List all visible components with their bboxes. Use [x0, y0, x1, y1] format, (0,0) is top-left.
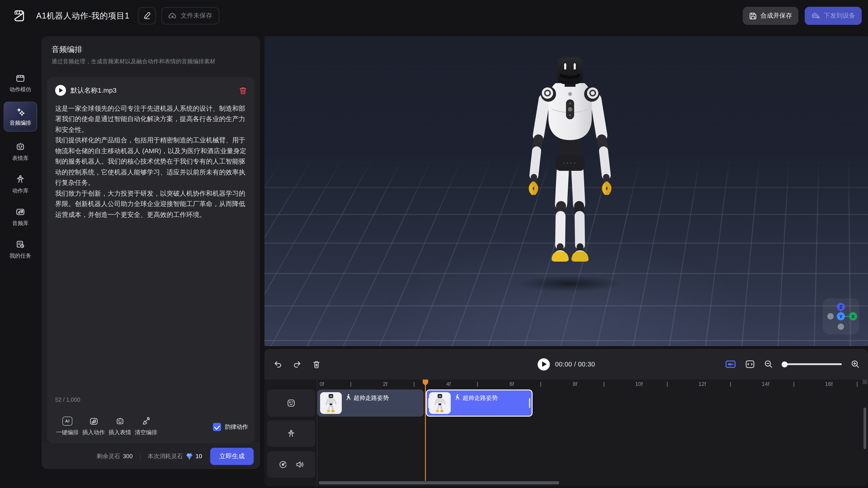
nav-label: 动作库	[12, 187, 29, 195]
cloud-unsaved-icon	[168, 12, 177, 20]
rhythm-motion-toggle[interactable]: 韵律动作	[213, 423, 248, 436]
checkbox-checked-icon[interactable]	[213, 423, 221, 431]
remaining-stones-label: 剩余灵石	[97, 452, 120, 460]
timeline-clip[interactable]: 超帅走路姿势	[317, 390, 424, 417]
left-nav-rail: 动作模仿 音频编排 表情库 动作库	[0, 32, 41, 488]
fit-timeline-button[interactable]	[745, 360, 755, 369]
ruler-label: 12f	[699, 381, 706, 387]
nav-label: 动作模仿	[9, 86, 31, 94]
brush-clear-icon	[141, 416, 151, 426]
ruler-tick	[857, 382, 857, 387]
playback-controls: 00:00 / 00:30	[265, 349, 868, 380]
timeline-tracks[interactable]: 0f 2f 4f 6f 8f 10f 12f 14f 16f	[265, 380, 868, 486]
zoom-in-icon	[851, 360, 860, 369]
timeline-zoom-slider[interactable]	[782, 363, 842, 365]
snap-icon	[725, 360, 736, 369]
zoom-in-button[interactable]	[851, 360, 860, 369]
x-axis-dot[interactable]: X	[849, 312, 857, 320]
ruler-label: 2f	[383, 381, 388, 387]
speech-paragraph: 我们致力于创新，大力投资于研发，以突破人机协作和机器学习的界限。创新机器人公司助…	[55, 188, 246, 220]
nav-item-my-tasks[interactable]: 我的任务	[2, 239, 38, 260]
nav-item-motion-mimic[interactable]: 动作模仿	[2, 73, 38, 94]
cost-value: 10	[195, 453, 202, 459]
audio-folder-icon	[16, 207, 25, 217]
clip-thumbnail	[429, 392, 451, 414]
nav-label: 表情库	[12, 155, 29, 162]
expression-track-header[interactable]	[267, 390, 315, 417]
play-button[interactable]	[537, 358, 550, 370]
sparkles-icon	[16, 107, 25, 117]
action-label: 一键编排	[56, 429, 79, 436]
viewport-3d[interactable]: Z Y X	[265, 36, 868, 346]
ai-icon: AI	[62, 417, 72, 426]
snap-toggle-button[interactable]	[725, 360, 736, 369]
motion-track-icon	[287, 429, 296, 438]
nav-item-motion-library[interactable]: 动作库	[2, 174, 38, 195]
fit-width-icon	[745, 360, 755, 369]
ruler-label: 14f	[762, 381, 769, 387]
horizontal-scrollbar[interactable]	[319, 481, 559, 484]
clear-arrangement-button[interactable]: 清空编排	[133, 416, 159, 436]
audio-play-button[interactable]	[55, 85, 66, 96]
ruler-tick	[794, 382, 794, 387]
action-label: 插入表情	[108, 429, 131, 436]
nav-item-audio-library[interactable]: 音频库	[2, 207, 38, 227]
x-axis-label: X	[851, 314, 855, 319]
timeline-clip-selected[interactable]: 超帅走路姿势	[426, 390, 532, 417]
vertical-scrollbar[interactable]	[864, 408, 866, 449]
tempo-dial-icon	[278, 460, 287, 469]
save-status: 文件未保存	[161, 7, 219, 24]
axis-negative-x-dot[interactable]	[827, 313, 834, 320]
action-label: 插入动作	[82, 429, 105, 436]
y-axis-label: Y	[839, 314, 842, 319]
panel-title: 音频编排	[52, 44, 82, 55]
timeline-panel: 00:00 / 00:30	[265, 349, 868, 486]
z-axis-dot[interactable]: Z	[837, 303, 845, 311]
slider-thumb[interactable]	[782, 361, 787, 367]
ruler-tick	[350, 382, 351, 387]
person-icon	[16, 174, 25, 184]
walking-person-icon	[454, 394, 460, 401]
nav-label: 我的任务	[9, 252, 31, 260]
nav-label: 音频库	[12, 220, 29, 227]
playhead-line[interactable]	[425, 385, 426, 481]
generate-footer: 剩余灵石 300 本次消耗灵石 10 立即生成	[41, 443, 260, 469]
insert-expression-button[interactable]: 插入表情	[107, 416, 133, 436]
save-status-label: 文件未保存	[181, 12, 212, 20]
ruler-label: 4f	[446, 381, 451, 387]
ruler-tick	[414, 382, 414, 387]
one-click-arrange-button[interactable]: AI 一键编排	[54, 416, 81, 436]
nav-item-expression-library[interactable]: 表情库	[2, 142, 38, 162]
nav-label: 音频编排	[9, 119, 31, 127]
insert-motion-button[interactable]: 插入动作	[81, 416, 107, 436]
playhead-handle[interactable]	[423, 380, 428, 386]
robot-3d-model[interactable]	[520, 55, 620, 272]
y-axis-dot[interactable]: Y	[837, 312, 845, 320]
redo-icon	[293, 360, 302, 368]
undo-button[interactable]	[274, 360, 282, 368]
music-square-icon	[89, 416, 98, 426]
redo-button[interactable]	[293, 360, 302, 368]
clapperboard-icon	[16, 73, 25, 83]
rename-project-button[interactable]	[138, 7, 156, 24]
nav-item-audio-arrange[interactable]: 音频编排	[4, 102, 37, 131]
speaker-icon	[296, 460, 304, 468]
generate-now-button[interactable]: 立即生成	[210, 448, 254, 465]
delete-audio-button[interactable]	[239, 86, 247, 95]
delete-clip-button[interactable]	[312, 360, 320, 368]
trash-icon	[239, 86, 247, 95]
action-label: 清空编排	[135, 429, 157, 436]
axis-negative-z-dot[interactable]	[838, 324, 844, 330]
zoom-out-button[interactable]	[764, 360, 773, 369]
scrollbar-corner	[863, 380, 867, 384]
ruler-tick	[603, 382, 604, 387]
clip-label: 超帅走路姿势	[353, 394, 389, 402]
speech-text-content[interactable]: 这是一家全球领先的公司专注于先进机器人系统的设计、制造和部署我们的使命是通过智能…	[55, 103, 246, 220]
stage-area: Z Y X	[265, 0, 868, 488]
motion-track-header[interactable]	[267, 420, 315, 447]
ruler-tick	[730, 382, 731, 387]
audio-file-name: 默认名称1.mp3	[70, 86, 116, 95]
view-orientation-gizmo[interactable]: Z Y X	[823, 298, 859, 334]
audio-track-header[interactable]	[267, 451, 315, 478]
gem-icon	[186, 453, 193, 460]
